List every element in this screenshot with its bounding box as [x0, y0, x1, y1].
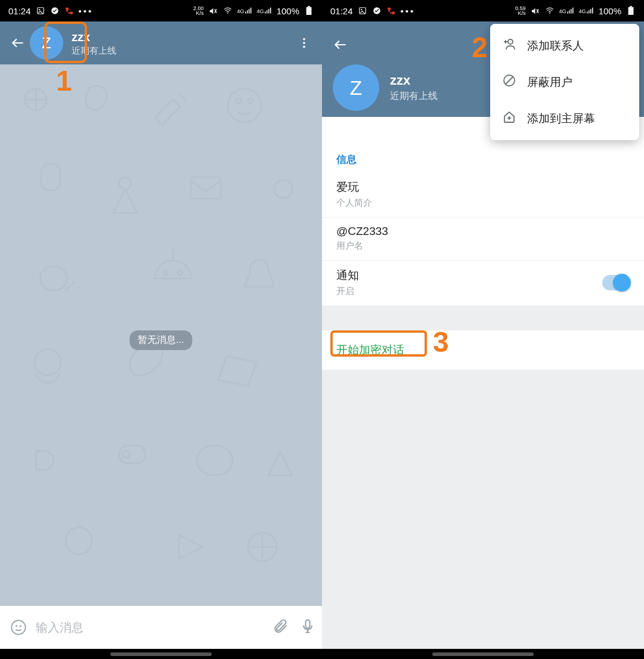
status-bar: 01:24 ••• 0.59K/s [322, 0, 644, 21]
svg-rect-8 [265, 12, 266, 14]
svg-point-20 [248, 98, 253, 103]
image-icon [358, 6, 367, 16]
chat-screen: 01:24 ••• 2.00K/s [0, 0, 322, 659]
bio-row[interactable]: 爱玩 个人简介 [322, 172, 644, 218]
svg-point-34 [361, 9, 362, 10]
svg-rect-38 [569, 10, 570, 13]
add-person-icon [502, 37, 516, 54]
svg-point-14 [303, 38, 305, 41]
svg-rect-10 [268, 9, 270, 14]
svg-point-21 [119, 177, 131, 189]
username-label: 用户名 [336, 240, 630, 252]
contact-avatar[interactable]: Z [30, 26, 63, 60]
chat-header: Z zzx 近期有上线 [0, 21, 322, 64]
svg-point-27 [123, 451, 130, 458]
svg-point-23 [163, 270, 168, 275]
phone-off-icon [386, 6, 396, 16]
wifi-icon [545, 6, 555, 16]
bio-label: 个人简介 [336, 197, 630, 209]
status-bar: 01:24 ••• 2.00K/s [0, 0, 322, 21]
svg-rect-45 [628, 7, 634, 15]
block-icon [502, 73, 516, 91]
status-time: 01:24 [8, 6, 31, 16]
battery-icon [304, 6, 314, 16]
start-secret-chat-label: 开始加密对话 [336, 344, 404, 356]
signal-4g-icon: 4G [237, 7, 252, 14]
notifications-row[interactable]: 通知 开启 [322, 261, 644, 305]
battery-icon [626, 6, 636, 16]
message-input[interactable]: 输入消息 [36, 614, 267, 641]
signal-4g-icon: 4G [559, 7, 574, 14]
bio-value: 爱玩 [336, 180, 630, 195]
svg-rect-9 [267, 10, 268, 13]
svg-rect-37 [567, 12, 568, 14]
svg-rect-46 [630, 6, 632, 7]
menu-add-home-label: 添加到主屏幕 [527, 111, 595, 126]
chat-body[interactable]: 暂无消息... [0, 64, 322, 606]
svg-point-36 [549, 13, 550, 14]
svg-rect-41 [587, 12, 588, 14]
image-icon [36, 6, 45, 16]
options-menu: 添加联系人 屏蔽用户 添加到主屏幕 [490, 24, 639, 140]
svg-point-1 [39, 9, 40, 10]
battery-text: 100% [599, 6, 621, 16]
more-button[interactable] [292, 31, 316, 55]
empty-state-pill: 暂无消息... [129, 330, 192, 350]
svg-point-47 [508, 39, 513, 44]
svg-rect-4 [245, 12, 246, 14]
signal-4g-icon-sim2: 4G [579, 7, 594, 14]
message-input-placeholder: 输入消息 [36, 620, 83, 636]
start-secret-chat-row[interactable]: 开始加密对话 [322, 330, 644, 370]
notify-title: 通知 [336, 268, 359, 283]
battery-text: 100% [277, 6, 299, 16]
signal-4g-icon-sim2: 4G [257, 7, 272, 14]
svg-rect-5 [247, 10, 248, 13]
menu-add-contact[interactable]: 添加联系人 [490, 27, 639, 64]
profile-header[interactable]: Z zzx 近期有上线 [333, 64, 438, 111]
svg-rect-42 [589, 10, 590, 13]
android-navbar [322, 649, 644, 659]
chat-input-bar: 输入消息 [0, 606, 322, 649]
svg-point-3 [227, 13, 228, 14]
svg-rect-40 [572, 8, 574, 14]
contact-name: zzx [72, 30, 116, 44]
status-time: 01:24 [330, 6, 353, 16]
emoji-button[interactable] [6, 615, 31, 640]
notify-state: 开启 [336, 286, 359, 297]
mute-icon [209, 6, 218, 16]
mute-icon [531, 6, 540, 16]
svg-point-16 [303, 46, 305, 48]
back-button[interactable] [6, 31, 30, 55]
svg-rect-7 [250, 8, 252, 14]
more-icon: ••• [79, 6, 94, 16]
notifications-toggle[interactable] [602, 275, 630, 290]
svg-rect-44 [592, 8, 593, 14]
attach-button[interactable] [272, 618, 289, 637]
svg-rect-6 [249, 9, 250, 14]
data-rate: 2.00K/s [193, 6, 204, 16]
menu-block-user[interactable]: 屏蔽用户 [490, 64, 639, 100]
back-button[interactable] [328, 32, 353, 57]
svg-point-30 [16, 625, 17, 627]
contact-name: zzx [390, 73, 438, 88]
contact-name-block[interactable]: zzx 近期有上线 [72, 30, 116, 56]
menu-add-home[interactable]: 添加到主屏幕 [490, 100, 639, 137]
svg-rect-39 [571, 9, 572, 14]
svg-point-31 [20, 625, 21, 627]
wifi-icon [223, 6, 233, 16]
menu-add-contact-label: 添加联系人 [527, 38, 584, 54]
menu-block-user-label: 屏蔽用户 [527, 75, 572, 90]
check-icon [50, 6, 60, 16]
info-section-title: 信息 [322, 141, 644, 172]
check-icon [372, 6, 382, 16]
home-add-icon [502, 110, 516, 127]
contact-avatar[interactable]: Z [333, 64, 379, 111]
username-row[interactable]: @CZ2333 用户名 [322, 218, 644, 261]
svg-point-18 [228, 89, 261, 122]
svg-rect-32 [306, 620, 310, 629]
mic-button[interactable] [299, 618, 316, 637]
svg-rect-43 [590, 9, 592, 14]
svg-point-19 [236, 98, 241, 103]
svg-point-29 [11, 620, 25, 634]
contact-presence: 近期有上线 [72, 45, 116, 56]
